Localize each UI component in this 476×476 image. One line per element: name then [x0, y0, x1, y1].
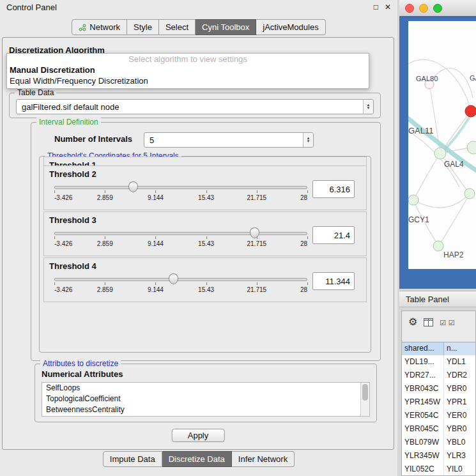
threshold-4-box: Threshold 4 -3.4262.8599.14415.4321.7152…: [43, 257, 367, 302]
combo-spinner[interactable]: ▲ ▼: [303, 133, 313, 147]
threshold-3-slider[interactable]: -3.4262.8599.14415.4321.71528: [54, 226, 307, 252]
minimize-traffic-light-icon[interactable]: [419, 4, 428, 13]
slider-track[interactable]: [54, 232, 307, 235]
cell-shared-name[interactable]: YER054C: [402, 409, 444, 422]
cell-shared-name[interactable]: YIL052C: [402, 463, 444, 475]
tab-cyni-toolbox[interactable]: Cyni Toolbox: [196, 19, 256, 35]
table-data-combobox[interactable]: galFiltered.sif default node ▲ ▼: [16, 99, 374, 114]
slider-track[interactable]: [54, 186, 307, 189]
cell-name[interactable]: YER0: [444, 409, 475, 422]
numerical-attributes-heading: Numerical Attributes: [42, 369, 123, 379]
table-row[interactable]: YPR145W YPR1: [402, 395, 475, 409]
column-header-name[interactable]: n...: [444, 342, 475, 355]
network-canvas[interactable]: GAL80 GA GAL11 GAL4 GCY1 HAP2: [408, 21, 476, 269]
cell-shared-name[interactable]: YDR27...: [402, 369, 444, 382]
table-row[interactable]: YIL052C YIL0: [402, 463, 475, 475]
network-edge: [440, 195, 469, 245]
zoom-traffic-light-icon[interactable]: [433, 4, 442, 13]
slider-track[interactable]: [54, 278, 307, 281]
table-panel-toolbar: ⚙ ☑ ☑: [402, 311, 475, 333]
threshold-4-slider[interactable]: -3.4262.8599.14415.4321.71528: [54, 272, 307, 298]
node-label-gcy1: GCY1: [408, 215, 429, 224]
close-traffic-light-icon[interactable]: [405, 4, 414, 13]
interval-definition-legend: Interval Definition: [36, 118, 101, 127]
cell-shared-name[interactable]: YDL19...: [402, 355, 444, 369]
network-node-hap2[interactable]: [433, 241, 443, 251]
network-icon: [79, 24, 86, 31]
slider-thumb[interactable]: [169, 273, 178, 284]
columns-icon[interactable]: [424, 318, 433, 326]
tab-network[interactable]: Network: [72, 19, 127, 35]
table-row[interactable]: YLR345W YLR3: [402, 449, 475, 463]
attribute-item[interactable]: TopologicalCoefficient: [42, 394, 369, 404]
threshold-2-value[interactable]: 6.316: [312, 180, 355, 198]
cell-shared-name[interactable]: YPR145W: [402, 395, 444, 409]
slider-thumb[interactable]: [250, 227, 259, 238]
tab-jactivemodules[interactable]: jActiveModules: [256, 19, 325, 35]
number-of-intervals-label: Number of Intervals: [54, 134, 132, 144]
algorithm-option-manual[interactable]: Manual Discretization: [7, 65, 369, 75]
table-row[interactable]: YBL079W YBL0: [402, 436, 475, 449]
cell-name[interactable]: YLR3: [444, 449, 475, 463]
tab-label: Network: [89, 22, 120, 32]
tab-select[interactable]: Select: [159, 19, 196, 35]
tab-discretize-data[interactable]: Discretize Data: [162, 451, 232, 467]
select-columns-icon[interactable]: ☑ ☑: [440, 316, 454, 328]
column-header-shared-name[interactable]: shared...: [402, 342, 444, 355]
table-data-group: Table Data galFiltered.sif default node …: [9, 93, 381, 118]
cell-name[interactable]: YBR0: [444, 382, 475, 395]
table-row[interactable]: YBR043C YBR0: [402, 382, 475, 395]
tab-infer-network[interactable]: Infer Network: [232, 451, 295, 467]
float-window-icon[interactable]: □: [374, 3, 378, 12]
tab-label: Cyni Toolbox: [202, 22, 249, 32]
algorithm-placeholder: Select algorithm to view settings: [7, 54, 369, 65]
apply-button[interactable]: Apply: [172, 429, 225, 442]
numerical-attributes-list: SelfLoops TopologicalCoefficient Between…: [42, 382, 370, 417]
scrollbar[interactable]: [360, 383, 369, 416]
cell-shared-name[interactable]: YBR045C: [402, 422, 444, 436]
number-of-intervals-value: 5: [144, 135, 303, 145]
tab-impute-data[interactable]: Impute Data: [103, 451, 162, 467]
attributes-legend: Attributes to discretize: [40, 359, 121, 368]
cell-shared-name[interactable]: YLR345W: [402, 449, 444, 463]
cell-name[interactable]: YIL0: [444, 463, 475, 475]
combo-spinner[interactable]: ▲ ▼: [363, 100, 373, 114]
cell-name[interactable]: YPR1: [444, 395, 475, 409]
close-icon[interactable]: ✕: [385, 3, 391, 12]
table-row[interactable]: YER054C YER0: [402, 409, 475, 422]
network-node[interactable]: [464, 188, 475, 199]
network-node-gcy1[interactable]: [408, 195, 418, 205]
node-label-gal11: GAL11: [408, 126, 434, 135]
table-data-value: galFiltered.sif default node: [17, 102, 363, 112]
cell-name[interactable]: YBL0: [444, 436, 475, 449]
network-window-titlebar[interactable]: [399, 0, 476, 17]
checkbox-icon: ☑: [449, 319, 454, 326]
node-label-gal80: GAL80: [416, 75, 438, 82]
gear-icon[interactable]: ⚙: [408, 317, 417, 327]
tab-label: Style: [134, 22, 152, 32]
tab-label: Select: [165, 22, 188, 32]
table-row[interactable]: YDR27... YDR2: [402, 369, 475, 382]
table-row[interactable]: YBR045C YBR0: [402, 422, 475, 436]
network-node-gal4[interactable]: [434, 148, 446, 159]
table-row[interactable]: YDL19... YDL1: [402, 355, 475, 369]
network-node-selected-red[interactable]: [465, 105, 476, 117]
network-node[interactable]: [467, 141, 476, 154]
scrollbar-thumb[interactable]: [362, 384, 368, 401]
attribute-item[interactable]: BetweennessCentrality: [42, 404, 369, 415]
network-edge: [408, 59, 470, 107]
threshold-2-label: Threshold 2: [49, 169, 96, 179]
threshold-4-value[interactable]: 11.344: [312, 272, 355, 290]
threshold-2-slider[interactable]: -3.4262.8599.14415.4321.71528: [54, 180, 307, 206]
slider-thumb[interactable]: [128, 181, 138, 192]
threshold-3-value[interactable]: 21.4: [312, 226, 355, 244]
cell-shared-name[interactable]: YBL079W: [402, 436, 444, 449]
cell-name[interactable]: YBR0: [444, 422, 475, 436]
attribute-item[interactable]: SelfLoops: [42, 383, 369, 394]
cell-name[interactable]: YDR2: [444, 369, 475, 382]
cell-shared-name[interactable]: YBR043C: [402, 382, 444, 395]
algorithm-option-equal-width[interactable]: Equal Width/Frequency Discretization: [7, 75, 369, 86]
number-of-intervals-combobox[interactable]: 5 ▲ ▼: [144, 132, 314, 148]
tab-style[interactable]: Style: [127, 19, 159, 35]
cell-name[interactable]: YDL1: [444, 355, 475, 369]
